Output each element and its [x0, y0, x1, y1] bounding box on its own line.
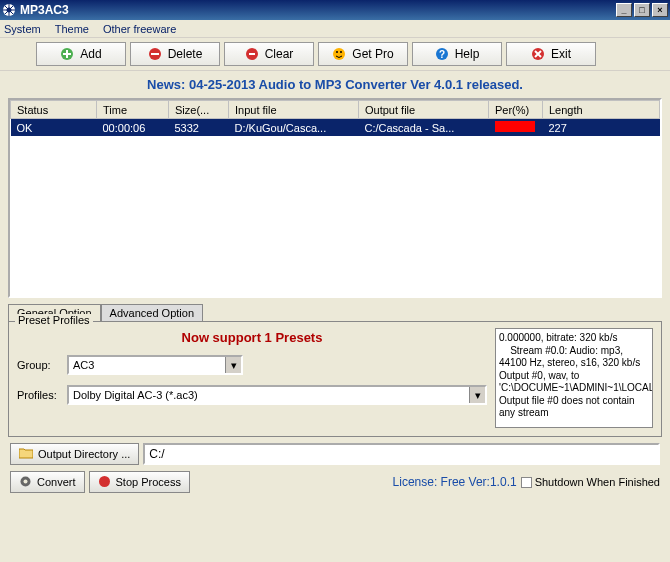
- tab-advanced[interactable]: Advanced Option: [101, 304, 203, 321]
- menu-theme[interactable]: Theme: [55, 23, 89, 35]
- menu-other-freeware[interactable]: Other freeware: [103, 23, 176, 35]
- profiles-label: Profiles:: [17, 389, 67, 401]
- options-tabs: General Option Advanced Option: [8, 304, 662, 321]
- cell-size: 5332: [169, 119, 229, 137]
- title-bar: MP3AC3 _ □ ×: [0, 0, 670, 20]
- minimize-button[interactable]: _: [616, 3, 632, 17]
- svg-point-5: [333, 48, 345, 60]
- menu-bar: System Theme Other freeware: [0, 20, 670, 38]
- group-select[interactable]: AC3 ▾: [67, 355, 243, 375]
- add-button[interactable]: Add: [36, 42, 126, 66]
- clear-icon: [245, 47, 259, 61]
- cell-per: [489, 119, 543, 137]
- cell-status: OK: [11, 119, 97, 137]
- maximize-button[interactable]: □: [634, 3, 650, 17]
- svg-point-6: [336, 51, 338, 53]
- table-row[interactable]: OK 00:00:06 5332 D:/KuGou/Casca... C:/Ca…: [11, 119, 660, 137]
- delete-button[interactable]: Delete: [130, 42, 220, 66]
- clear-button[interactable]: Clear: [224, 42, 314, 66]
- col-length[interactable]: Length: [543, 101, 660, 119]
- app-title: MP3AC3: [20, 3, 69, 17]
- svg-point-13: [99, 476, 110, 487]
- smiley-icon: [332, 47, 346, 61]
- stop-button[interactable]: Stop Process: [89, 471, 190, 493]
- close-button[interactable]: ×: [652, 3, 668, 17]
- plus-icon: [60, 47, 74, 61]
- gear-icon: [19, 475, 32, 490]
- chevron-down-icon: ▾: [469, 387, 485, 403]
- news-text: News: 04-25-2013 Audio to MP3 Converter …: [0, 71, 670, 98]
- col-per[interactable]: Per(%): [489, 101, 543, 119]
- exit-icon: [531, 47, 545, 61]
- col-size[interactable]: Size(...: [169, 101, 229, 119]
- table-header-row: Status Time Size(... Input file Output f…: [11, 101, 660, 119]
- svg-text:?: ?: [439, 49, 445, 60]
- svg-point-7: [340, 51, 342, 53]
- checkbox-icon: [521, 477, 532, 488]
- cell-input: D:/KuGou/Casca...: [229, 119, 359, 137]
- col-status[interactable]: Status: [11, 101, 97, 119]
- svg-point-12: [24, 479, 28, 483]
- exit-button[interactable]: Exit: [506, 42, 596, 66]
- col-input[interactable]: Input file: [229, 101, 359, 119]
- cell-output: C:/Cascada - Sa...: [359, 119, 489, 137]
- folder-icon: [19, 447, 33, 461]
- preset-count-text: Now support 1 Presets: [17, 328, 487, 355]
- output-path-input[interactable]: C:/: [143, 443, 660, 465]
- getpro-button[interactable]: Get Pro: [318, 42, 408, 66]
- chevron-down-icon: ▾: [225, 357, 241, 373]
- menu-system[interactable]: System: [4, 23, 41, 35]
- help-button[interactable]: ?Help: [412, 42, 502, 66]
- toolbar: Add Delete Clear Get Pro ?Help Exit: [0, 38, 670, 71]
- preset-fieldset: Preset Profiles Now support 1 Presets Gr…: [8, 321, 662, 437]
- app-icon: [2, 3, 16, 17]
- help-icon: ?: [435, 47, 449, 61]
- col-output[interactable]: Output file: [359, 101, 489, 119]
- output-directory-button[interactable]: Output Directory ...: [10, 443, 139, 465]
- group-label: Group:: [17, 359, 67, 371]
- log-output: 0.000000, bitrate: 320 kb/s Stream #0.0:…: [495, 328, 653, 428]
- preset-legend: Preset Profiles: [15, 314, 93, 326]
- file-table[interactable]: Status Time Size(... Input file Output f…: [8, 98, 662, 298]
- profiles-select[interactable]: Dolby Digital AC-3 (*.ac3) ▾: [67, 385, 487, 405]
- stop-icon: [98, 475, 111, 490]
- minus-icon: [148, 47, 162, 61]
- cell-length: 227: [543, 119, 660, 137]
- col-time[interactable]: Time: [97, 101, 169, 119]
- cell-time: 00:00:06: [97, 119, 169, 137]
- convert-button[interactable]: Convert: [10, 471, 85, 493]
- progress-bar: [495, 121, 535, 132]
- license-text: License: Free Ver:1.0.1: [393, 475, 517, 489]
- shutdown-checkbox[interactable]: Shutdown When Finished: [521, 476, 660, 488]
